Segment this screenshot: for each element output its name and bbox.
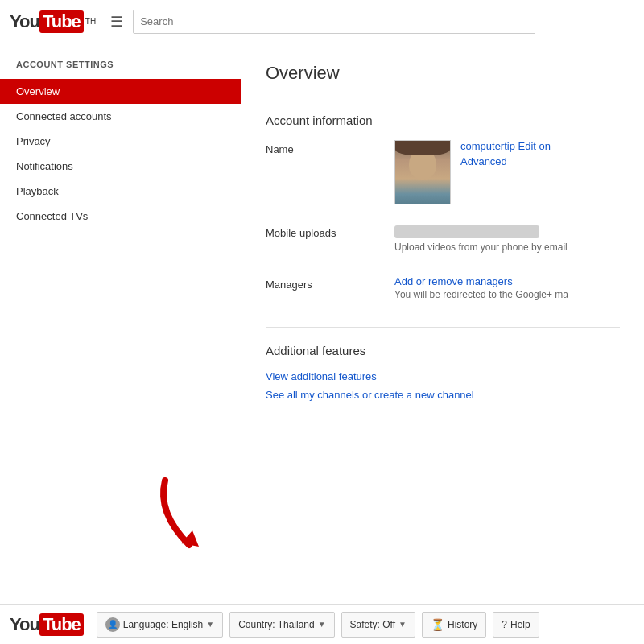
safety-dropdown-icon: ▼ xyxy=(398,620,407,629)
sidebar-item-connected-accounts[interactable]: Connected accounts xyxy=(0,104,241,129)
sidebar-section-title: ACCOUNT SETTINGS xyxy=(0,60,241,79)
sidebar-item-notifications[interactable]: Notifications xyxy=(0,154,241,179)
red-arrow-icon xyxy=(149,473,213,553)
main-content: ACCOUNT SETTINGS Overview Connected acco… xyxy=(0,43,644,604)
account-username: computertip Edit on xyxy=(460,140,551,152)
help-label: Help xyxy=(510,619,530,630)
account-icon: 👤 xyxy=(105,617,120,632)
add-remove-managers-link[interactable]: Add or remove managers xyxy=(394,275,620,287)
account-info-section-title: Account information xyxy=(266,114,620,127)
sidebar-item-connected-tvs[interactable]: Connected TVs xyxy=(0,204,241,229)
edit-link[interactable]: Edit on xyxy=(518,140,551,152)
view-additional-features-link[interactable]: View additional features xyxy=(266,370,620,382)
upload-description: Upload videos from your phone by email xyxy=(394,242,620,253)
account-name-block: computertip Edit on Advanced xyxy=(460,140,551,167)
language-dropdown-icon: ▼ xyxy=(206,620,214,629)
mobile-uploads-row: Mobile uploads Upload videos from your p… xyxy=(266,224,620,256)
footer-logo-you: You xyxy=(10,614,39,635)
history-label: History xyxy=(448,619,477,630)
name-row: Name computertip Edit on Advanced xyxy=(266,140,620,204)
see-all-channels-link[interactable]: See all my channels or create a new chan… xyxy=(266,389,620,401)
arrow-indicator xyxy=(149,473,213,555)
content-area: Overview Account information Name comput… xyxy=(242,43,644,604)
avatar xyxy=(394,140,451,204)
safety-button[interactable]: Safety: Off ▼ xyxy=(341,612,415,638)
mobile-email-blurred xyxy=(394,225,539,238)
managers-description: You will be redirected to the Google+ ma xyxy=(394,289,620,300)
language-button[interactable]: 👤 Language: English ▼ xyxy=(97,612,223,638)
managers-label: Managers xyxy=(266,275,394,291)
help-button[interactable]: ? Help xyxy=(493,612,539,638)
sidebar-item-privacy[interactable]: Privacy xyxy=(0,129,241,154)
country-dropdown-icon: ▼ xyxy=(318,620,326,629)
header: YouTubeTH ☰ xyxy=(0,0,644,43)
name-value: computertip Edit on Advanced xyxy=(394,140,620,204)
footer-logo-tube: Tube xyxy=(39,613,84,636)
country-label: Country: Thailand xyxy=(238,619,315,630)
country-button[interactable]: Country: Thailand ▼ xyxy=(229,612,334,638)
help-icon: ? xyxy=(502,619,507,630)
history-button[interactable]: ⏳ History xyxy=(422,612,486,638)
hamburger-menu-icon[interactable]: ☰ xyxy=(110,13,123,31)
mobile-uploads-label: Mobile uploads xyxy=(266,224,394,239)
logo-tube: Tube xyxy=(39,10,84,33)
language-label: Language: English xyxy=(123,619,203,630)
safety-label: Safety: Off xyxy=(350,619,395,630)
footer: YouTube 👤 Language: English ▼ Country: T… xyxy=(0,604,644,644)
managers-row: Managers Add or remove managers You will… xyxy=(266,275,620,308)
sidebar-item-playback[interactable]: Playback xyxy=(0,179,241,204)
footer-youtube-logo[interactable]: YouTube xyxy=(10,613,84,636)
name-label: Name xyxy=(266,140,394,155)
search-input[interactable] xyxy=(133,10,535,34)
sidebar-item-overview[interactable]: Overview xyxy=(0,79,241,104)
youtube-logo[interactable]: YouTubeTH xyxy=(10,10,96,33)
advanced-link[interactable]: Advanced xyxy=(460,155,551,167)
additional-features-title: Additional features xyxy=(266,344,620,357)
section-divider xyxy=(266,327,620,328)
history-icon: ⏳ xyxy=(431,618,444,631)
page-title: Overview xyxy=(266,63,620,97)
logo-suffix: TH xyxy=(85,17,96,26)
mobile-uploads-value: Upload videos from your phone by email xyxy=(394,224,620,253)
managers-value: Add or remove managers You will be redir… xyxy=(394,275,620,300)
logo-you: You xyxy=(10,11,39,32)
